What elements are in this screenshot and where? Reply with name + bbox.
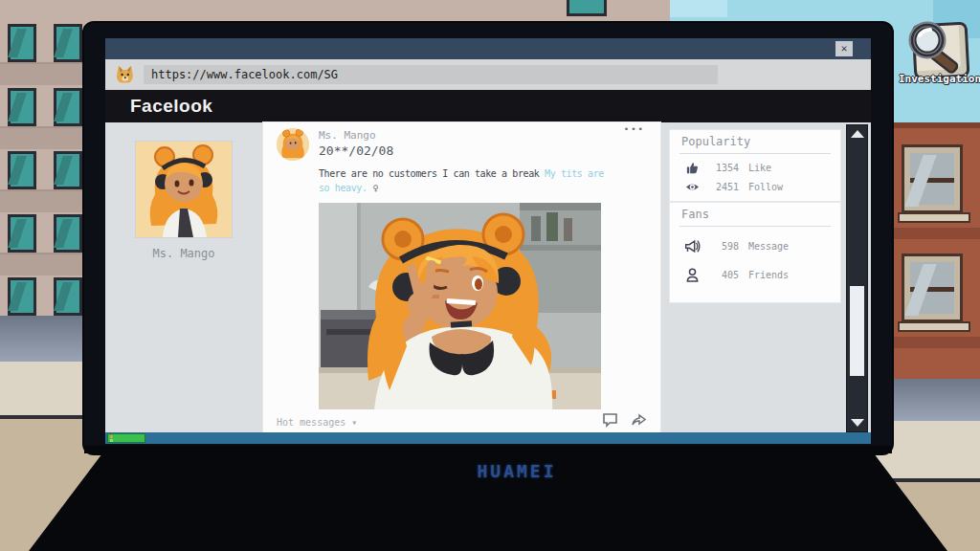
window	[904, 147, 960, 210]
window	[54, 151, 82, 189]
status-bar	[105, 432, 871, 444]
follow-stat-row: 2451 Follow	[683, 178, 835, 195]
window	[8, 151, 36, 189]
window-sill	[898, 321, 970, 332]
laptop-hinge	[84, 446, 892, 453]
follow-label: Follow	[748, 182, 783, 192]
scrollbar[interactable]	[846, 124, 868, 432]
magnifier-icon	[902, 19, 970, 78]
like-stat-row: 1354 Like	[683, 159, 835, 176]
post-text: There are no customers I can take a brea…	[319, 166, 613, 195]
divider	[679, 153, 831, 154]
status-indicator	[107, 433, 145, 443]
post-date: 20**/02/08	[319, 143, 393, 158]
laptop-base: HUAMEI	[29, 450, 947, 551]
divider	[679, 226, 831, 227]
window	[8, 214, 36, 253]
friends-label: Friends	[748, 270, 789, 280]
profile-name: Ms. Mango	[117, 247, 251, 260]
page-content: Ms. Mango Ms. Mango 20**/02/08 ••• There…	[105, 122, 871, 432]
comment-icon[interactable]	[602, 411, 618, 428]
post-author-avatar[interactable]	[277, 128, 309, 161]
friends-stat-row: 405 Friends	[683, 266, 835, 283]
window	[54, 214, 82, 253]
window	[8, 24, 36, 62]
url-input[interactable]	[144, 65, 718, 84]
status-dot	[110, 435, 113, 438]
sky-detail	[670, 0, 727, 17]
message-count: 598	[710, 241, 739, 252]
window	[904, 256, 960, 320]
message-stat-row: 598 Message	[683, 237, 835, 254]
post-emoji: ♀	[372, 183, 378, 193]
megaphone-icon	[683, 237, 701, 254]
follow-count: 2451	[710, 182, 739, 192]
eye-icon	[683, 178, 701, 195]
close-button[interactable]: ✕	[835, 41, 853, 56]
doge-favicon-icon	[113, 63, 136, 86]
investigation-button[interactable]: Investigation	[902, 19, 978, 92]
person-icon	[683, 266, 701, 283]
friends-count: 405	[710, 270, 739, 280]
browser-window: ✕ Facelook	[105, 38, 871, 444]
window	[54, 88, 82, 126]
profile-avatar[interactable]	[136, 142, 232, 237]
window	[54, 277, 82, 316]
post-menu-button[interactable]: •••	[624, 124, 645, 134]
fans-card: Fans 598 Message	[670, 203, 840, 302]
scroll-down-icon[interactable]	[851, 419, 864, 427]
like-count: 1354	[710, 163, 739, 173]
site-header: Facelook	[105, 90, 871, 122]
browser-titlebar: ✕	[105, 38, 871, 59]
status-dot	[110, 439, 113, 442]
browser-urlbar	[105, 59, 871, 90]
laptop-brand-logo: HUAMEI	[57, 461, 976, 481]
post-author-name: Ms. Mango	[319, 129, 376, 142]
popularity-title: Popularity	[681, 135, 750, 148]
scroll-up-icon[interactable]	[851, 130, 864, 138]
thumbs-up-icon	[683, 159, 701, 176]
investigation-label: Investigation	[892, 73, 980, 85]
hot-messages-dropdown[interactable]: Hot messages ▾	[277, 417, 357, 428]
post-image[interactable]	[319, 203, 601, 409]
window-sill	[898, 212, 970, 223]
post-card: Ms. Mango 20**/02/08 ••• There are no cu…	[263, 122, 660, 432]
site-brand: Facelook	[130, 90, 212, 122]
post-text-plain: There are no customers I can take a brea…	[319, 168, 545, 179]
popularity-card: Popularity 1354 Like	[670, 130, 840, 201]
window	[8, 88, 36, 126]
window	[8, 277, 36, 316]
scrollbar-thumb[interactable]	[850, 286, 864, 376]
like-label: Like	[748, 163, 771, 173]
fans-title: Fans	[681, 208, 709, 221]
window	[567, 0, 607, 16]
share-icon[interactable]	[631, 411, 647, 428]
message-label: Message	[748, 241, 789, 252]
window	[54, 24, 82, 62]
